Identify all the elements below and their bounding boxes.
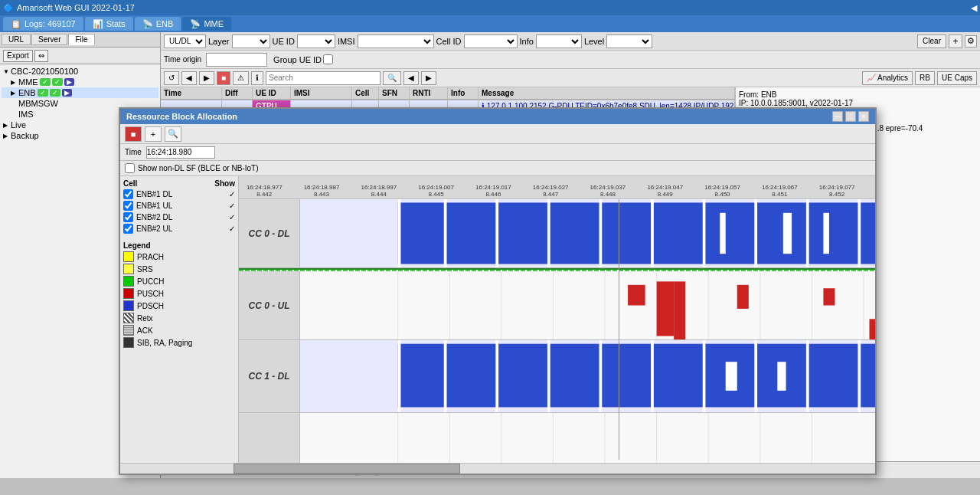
time-origin-input[interactable]: 00:00:00.000 xyxy=(206,53,267,67)
info-label: Info xyxy=(520,37,534,46)
svg-rect-34 xyxy=(398,344,875,408)
cell-id-select[interactable] xyxy=(464,34,518,48)
analytics-button[interactable]: 📈 Analytics xyxy=(862,71,913,85)
export-button[interactable]: Export xyxy=(3,50,33,62)
tick-3-sub: 8.445 xyxy=(418,191,454,198)
legend-prach: PRACH xyxy=(123,251,235,262)
cell-3-checkbox[interactable] xyxy=(123,224,133,234)
tick-10-label: 16:24:19.077 xyxy=(819,184,855,192)
mode-select[interactable]: UL/DL xyxy=(164,34,206,48)
sidebar-toggle-button[interactable]: ⇔ xyxy=(34,50,48,62)
tick-4-sub: 8.446 xyxy=(475,191,511,198)
ue-caps-button[interactable]: UE Caps xyxy=(937,71,977,85)
rb-scrollbar-thumb[interactable] xyxy=(234,464,460,474)
legend-title: Legend xyxy=(123,241,151,250)
rb-toolbar: ■ + 🔍 xyxy=(120,124,875,144)
cell-3-label: ENB#2 UL xyxy=(136,225,172,233)
mme-tree-label: MME xyxy=(18,77,38,87)
svg-rect-14 xyxy=(858,199,861,267)
svg-rect-35 xyxy=(398,340,401,412)
layer-select[interactable] xyxy=(232,34,270,48)
next-button[interactable]: ▶ xyxy=(199,71,214,85)
add-filter-button[interactable]: + xyxy=(949,34,962,48)
warn-button[interactable]: ⚠ xyxy=(233,71,249,85)
rb-stop-btn[interactable]: ■ xyxy=(125,126,142,142)
next-result-button[interactable]: ▶ xyxy=(421,71,436,85)
tab-logs-label: Logs: 469107 xyxy=(24,19,76,28)
rb-time-input[interactable] xyxy=(146,146,215,159)
tab-server[interactable]: Server xyxy=(31,34,67,45)
rb-cell-item-2[interactable]: ENB#2 DL ✓ xyxy=(123,212,235,222)
refresh-button[interactable]: ↺ xyxy=(164,71,179,85)
svg-rect-48 xyxy=(300,413,875,463)
cell-0-checkbox[interactable] xyxy=(123,189,133,199)
level-select[interactable] xyxy=(606,34,652,48)
rb-cell-item-0[interactable]: ENB#1 DL ✓ xyxy=(123,189,235,199)
svg-rect-30 xyxy=(737,285,749,309)
tree-item-enb[interactable]: ▶ ENB ✓ ✓ ▶ xyxy=(2,87,158,98)
ue-id-select[interactable] xyxy=(297,34,335,48)
group-ue-label: Group UE ID xyxy=(273,55,322,64)
tick-2: 16:24:18.997 8.444 xyxy=(361,184,397,198)
tick-8-label: 16:24:19.057 xyxy=(704,184,740,192)
show-nondl-checkbox[interactable] xyxy=(125,163,135,173)
tab-file[interactable]: File xyxy=(68,34,94,45)
tick-8-sub: 8.450 xyxy=(704,191,740,198)
prev-button[interactable]: ◀ xyxy=(181,71,197,85)
rb-restore-btn[interactable]: □ xyxy=(845,111,856,122)
svg-rect-16 xyxy=(300,271,875,339)
rb-chart-area[interactable]: 16:24:18.977 8.442 16:24:18.987 8.443 16… xyxy=(239,176,875,463)
imsi-select[interactable] xyxy=(358,34,434,48)
search-input[interactable] xyxy=(266,71,381,85)
cc1dl-svg xyxy=(300,340,875,412)
tick-0-sub: 8.442 xyxy=(247,191,283,198)
cc0dl-chart[interactable] xyxy=(300,199,875,267)
tab-stats[interactable]: 📊 Stats xyxy=(85,17,133,31)
panel-cc1ul xyxy=(239,413,875,463)
cell-2-checkbox[interactable] xyxy=(123,212,133,222)
cc0ul-chart[interactable] xyxy=(300,271,875,339)
tree-item-cbc[interactable]: ▼ CBC-2021050100 xyxy=(2,66,158,77)
rb-add-btn[interactable]: + xyxy=(145,126,162,142)
info-button[interactable]: ℹ xyxy=(251,71,263,85)
ack-label: ACK xyxy=(137,326,153,335)
col-time: Time xyxy=(161,87,222,99)
svg-rect-31 xyxy=(823,288,835,305)
info-select[interactable] xyxy=(536,34,582,48)
cell-2-label: ENB#2 DL xyxy=(136,213,172,221)
mme-badge-3: ▶ xyxy=(64,78,74,86)
tick-6: 16:24:19.037 8.448 xyxy=(590,184,626,198)
group-ue-checkbox[interactable] xyxy=(323,54,333,64)
prach-color xyxy=(123,251,134,262)
back-icon[interactable]: ◀ xyxy=(971,3,977,13)
rb-close-btn[interactable]: × xyxy=(858,111,869,122)
rb-timeline-header: 16:24:18.977 8.442 16:24:18.987 8.443 16… xyxy=(239,176,875,199)
rb-cell-item-1[interactable]: ENB#1 UL ✓ xyxy=(123,201,235,211)
enb-nav-icon: 📡 xyxy=(142,19,153,29)
prev-result-button[interactable]: ◀ xyxy=(403,71,419,85)
tree-item-mme[interactable]: ▶ MME ✓ ✓ ▶ xyxy=(2,77,158,87)
rb-content: Cell Show ENB#1 DL ✓ ENB#1 UL ✓ ENB#2 DL… xyxy=(120,176,875,463)
stop-button[interactable]: ■ xyxy=(217,71,230,85)
tab-logs[interactable]: 📋 Logs: 469107 xyxy=(3,17,83,31)
settings-button[interactable]: ⚙ xyxy=(965,35,977,48)
clear-button[interactable]: Clear xyxy=(917,34,946,48)
tab-enb[interactable]: 📡 ENB xyxy=(135,17,181,31)
cc1ul-chart[interactable] xyxy=(300,413,875,463)
rb-button[interactable]: RB xyxy=(915,71,935,85)
rb-min-btn[interactable]: — xyxy=(832,111,843,122)
cc1dl-chart[interactable] xyxy=(300,340,875,412)
tab-url[interactable]: URL xyxy=(2,34,31,45)
rb-zoom-btn[interactable]: 🔍 xyxy=(165,126,181,142)
nav-tabs: 📋 Logs: 469107 📊 Stats 📡 ENB 📡 MME xyxy=(0,15,980,32)
sidebar-top-tabs: URL Server File xyxy=(0,32,160,48)
time-origin-label: Time origin xyxy=(164,55,201,64)
search-go-button[interactable]: 🔍 xyxy=(383,71,401,85)
tab-mme[interactable]: 📡 MME xyxy=(182,17,231,31)
backup-label: Backup xyxy=(11,131,39,140)
tick-0: 16:24:18.977 8.442 xyxy=(247,184,283,198)
rb-cell-item-3[interactable]: ENB#2 UL ✓ xyxy=(123,224,235,234)
cell-1-checkbox[interactable] xyxy=(123,201,133,211)
legend-pusch: PUSCH xyxy=(123,288,235,299)
rb-scrollbar[interactable] xyxy=(120,463,875,474)
